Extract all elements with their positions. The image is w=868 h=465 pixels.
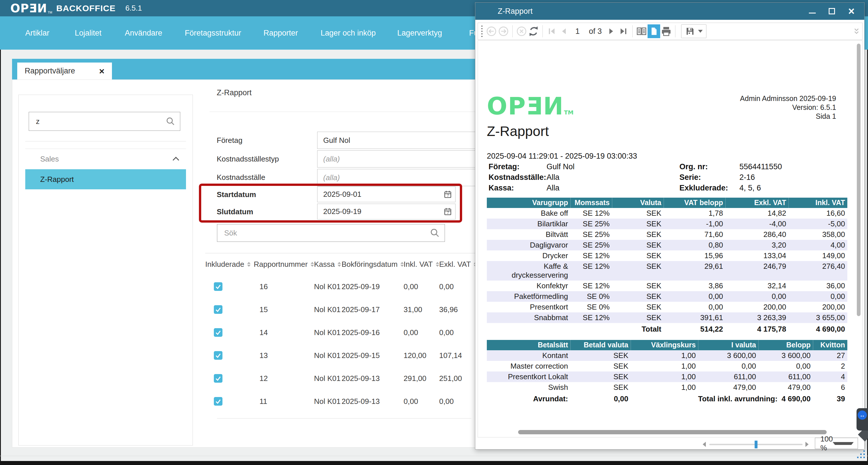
info-label: Org. nr: [679,162,708,171]
back-button[interactable] [485,24,497,38]
cell-exkl-vat: 36,96 [439,305,475,314]
list-body: 16 Nol K01 2025-09-19 0,00 0,00 15 Nol K… [205,275,475,413]
list-search-box [217,224,445,242]
report-search-input[interactable] [29,112,166,131]
included-checkbox[interactable] [214,305,222,314]
next-page-button[interactable] [606,24,617,38]
cell-rapportnummer: 16 [254,282,314,291]
export-dropdown-icon[interactable] [698,30,703,33]
cell-kassa: Nol K01 [314,328,342,337]
payment-table: Betalsätt Betald valuta Växlingskurs I v… [487,340,847,404]
table-row[interactable]: 16 Nol K01 2025-09-19 0,00 0,00 [205,275,475,298]
zoom-in-arrow[interactable] [805,442,809,447]
toolbar-drag-handle-icon[interactable] [482,26,483,37]
cell-inkl-vat: 31,00 [404,305,439,314]
cell-rapportnummer: 14 [254,328,314,337]
table-row[interactable]: 11 Nol K01 2025-09-13 0,00 0,00 [205,390,475,413]
table-row: Master correctionSEK1,00 0,000,002 [487,361,847,371]
included-checkbox[interactable] [214,351,222,360]
zoom-slider[interactable] [709,444,803,445]
col-inkluderade[interactable]: Inkluderade [205,260,254,269]
vat-total-row: Totalt 514,22 4 175,78 4 690,00 [487,323,847,335]
info-value: 5564411550 [739,162,782,171]
included-checkbox[interactable] [214,328,222,337]
close-button[interactable]: × [846,6,856,16]
zoom-out-arrow[interactable] [703,442,706,447]
maximize-button[interactable] [827,6,837,16]
included-checkbox[interactable] [214,374,222,383]
cancel-button[interactable] [516,24,528,38]
nav-artiklar[interactable]: Artiklar [25,16,50,49]
col-inkl-vat[interactable]: Inkl. VAT [404,260,439,269]
search-icon [430,228,440,238]
report-title: Z-Rapport [487,123,549,139]
toolbar-overflow-icon[interactable] [854,27,859,37]
payment-total-row: Avrundat: 0,00 Total inkl. avrundning: 4… [487,393,847,404]
col-kassa[interactable]: Kassa [314,260,342,269]
info-value: Alla [547,173,559,182]
sidebar-group-sales[interactable]: Sales [25,148,186,169]
current-page[interactable]: 1 [570,27,585,36]
refresh-button[interactable] [528,24,539,38]
sidebar-item-z-rapport[interactable]: Z-Rapport [25,169,186,189]
previous-page-button[interactable] [558,24,570,38]
report-sidebar [19,95,193,445]
nav-lagerverktyg[interactable]: Lagerverktyg [397,16,442,49]
nav-anvandare[interactable]: Användare [125,16,162,49]
cell-kassa: Nol K01 [314,351,342,360]
table-row[interactable]: 15 Nol K01 2025-09-17 31,00 36,96 [205,298,475,321]
col-rapportnummer[interactable]: Rapportnummer [254,260,314,269]
list-header-row: Inkluderade Rapportnummer Kassa Bokförin… [205,253,475,275]
page-layout-button-active[interactable] [648,24,660,38]
sidebar-item-label: Z-Rapport [40,175,74,184]
tab-close-icon[interactable]: × [99,67,104,76]
report-open-logo: OPƎИTM [487,94,574,118]
list-search-input[interactable] [217,224,430,241]
col-bokforingsdatum[interactable]: Bokföringsdatum [342,260,404,269]
open-logo: OPƎИTM [10,2,52,15]
minimize-button[interactable] [807,6,817,16]
table-row[interactable]: 14 Nol K01 2025-09-16 0,00 0,00 [205,321,475,344]
document-map-button[interactable] [636,24,648,38]
info-value: 4, 5, 6 [739,184,761,193]
zoom-level-dropdown[interactable]: 100 % [815,438,858,449]
table-row: DryckerSE 12%SEK 15,96133,04149,00 [487,251,847,261]
nav-lager-och-inkop[interactable]: Lager och inköp [321,16,376,49]
calendar-icon[interactable]: 7 [442,188,454,201]
table-row: SwishSEK1,00 479,00479,006 [487,382,847,393]
info-label: Serie: [679,173,701,182]
table-row[interactable]: 13 Nol K01 2025-09-15 120,00 107,14 [205,344,475,367]
col-exkl-vat[interactable]: Exkl. VAT [439,260,475,269]
last-page-button[interactable] [617,24,629,38]
startdatum-input[interactable] [317,190,442,199]
cell-bokforingsdatum: 2025-09-15 [342,351,404,360]
included-checkbox[interactable] [214,282,222,291]
print-button[interactable] [660,24,672,38]
tab-rapportvaljare[interactable]: Rapportväljare × [17,63,112,79]
slutdatum-input[interactable] [317,207,442,216]
save-icon [685,26,695,36]
chevron-up-icon [173,157,179,163]
viewer-titlebar[interactable]: Z-Rapport × [475,3,864,20]
horizontal-scrollbar[interactable] [518,430,827,434]
first-page-button[interactable] [546,24,558,38]
zoom-slider-handle[interactable] [755,441,757,449]
form-title: Z-Rapport [217,88,252,97]
cell-exkl-vat: 251,00 [439,374,475,383]
nav-rapporter[interactable]: Rapporter [264,16,298,49]
cell-inkl-vat: 0,00 [404,397,439,406]
startdatum-field: 7 [317,187,456,202]
remote-support-widget[interactable]: ↔ [857,408,868,431]
included-checkbox[interactable] [214,397,222,406]
search-icon [166,117,175,126]
export-save-button[interactable] [681,24,706,38]
nav-lojalitet[interactable]: Lojalitet [74,16,101,49]
zoom-level-value: 100 % [815,435,833,453]
list-bottom-divider [217,418,471,419]
window-resize-grip[interactable] [857,451,866,458]
table-row[interactable]: 12 Nol K01 2025-09-13 291,00 251,00 [205,367,475,390]
calendar-icon[interactable]: 7 [442,205,454,218]
vertical-scrollbar[interactable] [857,43,861,316]
forward-button[interactable] [497,24,509,38]
nav-foretagsstruktur[interactable]: Företagsstruktur [185,16,241,49]
